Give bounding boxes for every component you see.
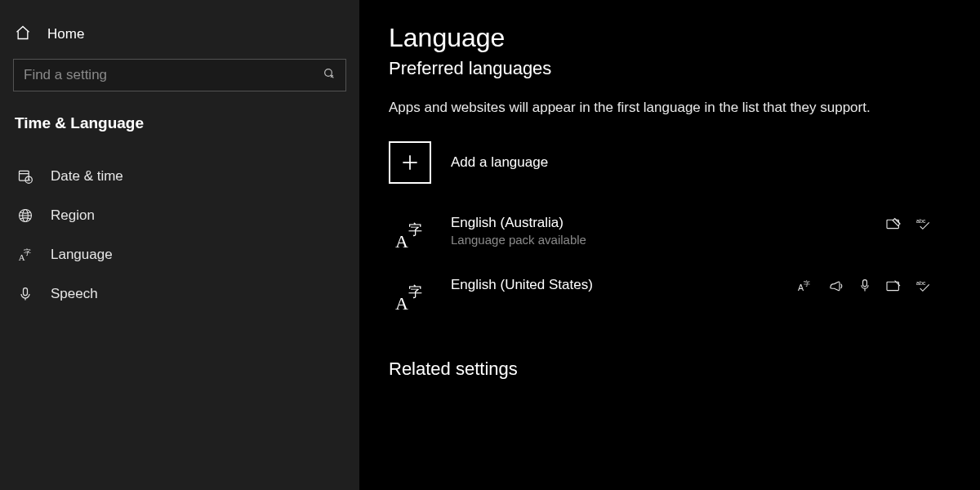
handwriting-icon [885,279,902,292]
sidebar-item-label: Speech [51,286,98,302]
language-character-icon: A 字 [389,277,431,313]
preferred-languages-heading: Preferred languages [389,58,951,79]
calendar-clock-icon [16,168,34,185]
language-character-icon: A 字 [16,247,34,263]
spellcheck-icon: abc [916,216,934,231]
search-icon [323,67,336,83]
handwriting-icon [885,217,902,230]
display-language-icon: A 字 [797,278,813,293]
sidebar-item-speech[interactable]: Speech [13,274,346,314]
nav-home-label: Home [47,26,84,42]
svg-text:A: A [395,293,408,313]
home-icon [15,24,31,44]
add-language-button[interactable]: Add a language [389,141,951,184]
language-character-icon: A 字 [389,215,431,251]
sidebar-item-region[interactable]: Region [13,196,346,235]
search-box[interactable] [13,59,346,91]
sidebar-section-title: Time & Language [13,111,346,157]
svg-line-7 [29,180,30,180]
nav-home[interactable]: Home [13,20,346,59]
svg-text:abc: abc [916,218,926,224]
speech-recognition-icon [859,278,871,293]
spellcheck-icon: abc [916,278,934,293]
microphone-icon [16,286,34,302]
svg-text:A: A [395,231,408,251]
language-name: English (United States) [451,277,777,293]
add-language-label: Add a language [451,154,548,171]
page-title: Language [389,23,951,53]
language-item[interactable]: A 字 English (United States) A 字 [389,269,951,331]
svg-text:字: 字 [408,222,422,238]
sidebar: Home Time & Language [0,0,359,490]
svg-rect-25 [863,279,867,286]
svg-rect-3 [20,171,29,180]
svg-rect-13 [24,288,28,296]
language-subtext: Language pack available [451,233,866,247]
language-feature-badges: abc [885,215,951,231]
svg-text:字: 字 [24,248,31,256]
main-content: Language Preferred languages Apps and we… [359,0,980,490]
sidebar-item-label: Language [51,247,113,263]
svg-text:字: 字 [408,284,422,300]
search-input[interactable] [24,67,323,83]
related-settings-heading: Related settings [389,359,951,380]
sidebar-item-label: Region [51,207,95,224]
svg-text:abc: abc [916,280,926,286]
language-item[interactable]: A 字 English (Australia) Language pack av… [389,207,951,269]
text-to-speech-icon [828,279,844,292]
sidebar-item-language[interactable]: A 字 Language [13,235,346,274]
language-feature-badges: A 字 [797,277,951,293]
globe-icon [16,207,34,224]
svg-text:字: 字 [804,280,810,287]
plus-box-icon [389,141,431,184]
language-name: English (Australia) [451,215,866,231]
sidebar-item-label: Date & time [51,168,123,185]
preferred-languages-description: Apps and websites will appear in the fir… [389,97,911,118]
sidebar-item-date-time[interactable]: Date & time [13,157,346,196]
